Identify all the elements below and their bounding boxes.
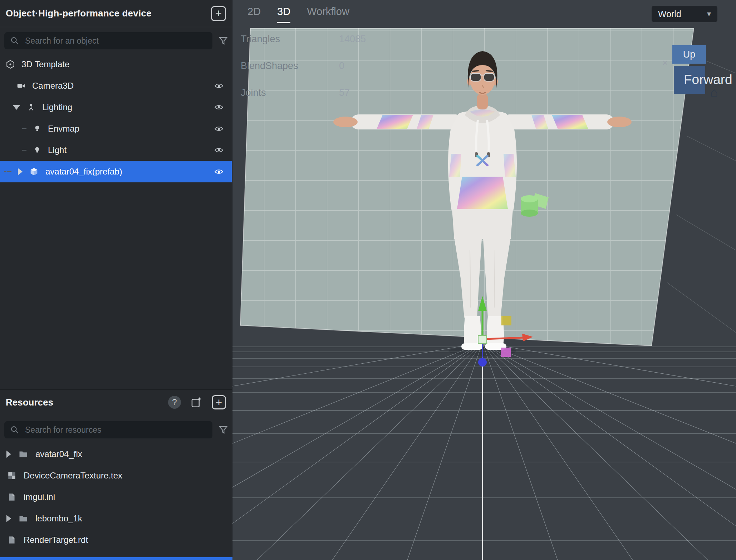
search-icon <box>10 425 19 436</box>
resource-item-folder[interactable]: avatar04_fix <box>0 443 232 465</box>
resource-label: DeviceCameraTexture.tex <box>24 471 122 481</box>
filter-icon[interactable] <box>218 425 228 435</box>
tree-item-lighting[interactable]: Lighting <box>0 97 232 118</box>
chevron-down-icon: ▾ <box>707 9 711 19</box>
nav-cube-forward-face[interactable] <box>674 66 705 94</box>
visibility-eye-icon[interactable] <box>214 167 224 176</box>
texture-icon <box>7 471 16 480</box>
scene-tree: 3D Template Camera3D Lighting <box>0 54 232 182</box>
file-icon <box>7 535 16 545</box>
viewport-tabs: 2D 3D Workflow <box>247 6 349 23</box>
resources-list: avatar04_fix DeviceCameraTexture.tex img… <box>0 443 232 551</box>
home-icon[interactable]: ⌂ <box>710 86 718 99</box>
tree-item-label: Light <box>48 145 67 155</box>
tree-item-label: Camera3D <box>32 81 74 91</box>
object-panel-header: Object·High-performance device + <box>0 0 232 27</box>
gizmo-plane-handle-xy[interactable] <box>501 316 511 325</box>
light-bulb-icon <box>33 124 41 133</box>
tree-item-light[interactable]: Light <box>0 139 232 161</box>
visibility-eye-icon[interactable] <box>214 81 224 90</box>
avatar-hand-right <box>607 117 632 127</box>
tree-connector <box>22 128 26 129</box>
resource-item-texture[interactable]: DeviceCameraTexture.tex <box>0 465 232 486</box>
lighting-icon <box>26 103 36 112</box>
object-panel-title: Object·High-performance device <box>6 8 211 19</box>
tree-item-camera3d[interactable]: Camera3D <box>0 75 232 97</box>
light-bulb-icon <box>33 146 41 154</box>
stat-label: BlendShapes <box>241 60 339 72</box>
stat-value: 57 <box>339 87 350 98</box>
resource-label: imgui.ini <box>24 492 55 502</box>
object-search-input[interactable] <box>4 32 212 49</box>
floor-grid <box>232 343 736 560</box>
expand-caret-icon[interactable] <box>6 451 11 458</box>
gizmo-plane-handle-xz[interactable] <box>501 348 511 357</box>
add-object-button[interactable]: + <box>211 6 226 21</box>
resource-search-input[interactable] <box>4 421 212 438</box>
import-resource-icon[interactable] <box>190 396 202 408</box>
viewport-3d: 2D 3D Workflow World ▾ Triangles 14085 B… <box>232 0 736 560</box>
tree-item-avatar-prefab[interactable]: avatar04_fix(prefab) <box>0 161 232 182</box>
resource-label: RenderTarget.rdt <box>24 535 88 545</box>
tab-workflow[interactable]: Workflow <box>307 6 349 23</box>
stat-value: 0 <box>339 60 344 72</box>
world-space-dropdown[interactable]: World ▾ <box>652 6 717 22</box>
tree-item-label: avatar04_fix(prefab) <box>45 167 122 177</box>
visibility-eye-icon[interactable] <box>214 103 224 112</box>
expand-caret-icon[interactable] <box>6 515 11 522</box>
resource-label: lebombo_1k <box>35 514 82 524</box>
resource-item-file[interactable]: imgui.ini <box>0 486 232 508</box>
help-icon[interactable]: ? <box>168 396 181 409</box>
resource-item-folder[interactable]: lebombo_1k <box>0 508 232 529</box>
world-space-value: World <box>658 9 681 19</box>
tab-3d[interactable]: 3D <box>277 6 290 23</box>
close-icon[interactable]: × <box>662 58 668 67</box>
tree-item-3d-template[interactable]: 3D Template <box>0 54 232 75</box>
tree-item-envmap[interactable]: Envmap <box>0 118 232 139</box>
nav-cube-up-face[interactable]: Up <box>672 45 706 64</box>
tab-2d[interactable]: 2D <box>247 6 261 23</box>
gizmo-center-handle[interactable] <box>478 335 487 344</box>
visibility-eye-icon[interactable] <box>214 146 224 155</box>
camera-icon <box>16 81 26 90</box>
visibility-eye-icon[interactable] <box>214 124 224 133</box>
avatar-hand-left <box>333 117 358 127</box>
object-panel: Object·High-performance device + 3D Temp… <box>0 0 232 560</box>
tree-item-label: 3D Template <box>21 59 69 69</box>
file-icon <box>7 492 16 502</box>
tree-item-label: Lighting <box>42 102 72 112</box>
tree-connector <box>22 150 26 151</box>
folder-icon <box>18 449 28 459</box>
stat-triangles: Triangles 14085 <box>241 34 366 45</box>
stat-label: Triangles <box>241 34 339 45</box>
resource-item-file[interactable]: RenderTarget.rdt <box>0 529 232 551</box>
resources-header: Resources ? + <box>0 389 232 415</box>
prefab-cube-icon <box>29 167 39 177</box>
expand-caret-icon[interactable] <box>18 168 23 175</box>
stat-joints: Joints 57 <box>241 87 366 98</box>
resource-label: avatar04_fix <box>35 449 82 459</box>
stat-label: Joints <box>241 87 339 98</box>
scene-icon <box>6 60 15 69</box>
filter-icon[interactable] <box>218 36 228 46</box>
tree-item-label: Envmap <box>48 124 79 134</box>
search-icon <box>10 36 19 47</box>
partial-selected-row <box>0 557 232 560</box>
collapse-caret-icon[interactable] <box>13 105 20 110</box>
gizmo-z-handle[interactable] <box>478 358 487 367</box>
add-resource-button[interactable]: + <box>212 395 226 409</box>
mesh-stats-overlay: Triangles 14085 BlendShapes 0 Joints 57 <box>241 34 366 114</box>
stat-blendshapes: BlendShapes 0 <box>241 60 366 72</box>
stat-value: 14085 <box>339 34 366 45</box>
folder-icon <box>18 514 28 524</box>
tree-connector <box>4 171 11 172</box>
resources-title: Resources <box>6 397 159 408</box>
